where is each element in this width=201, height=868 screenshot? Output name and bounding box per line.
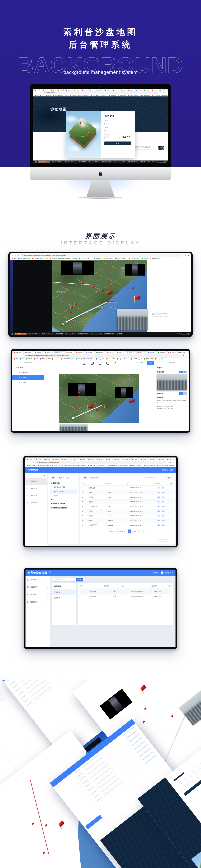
list-item[interactable]: 作战部署: [52, 595, 76, 601]
bookmark-item[interactable]: localhost:8080: [119, 465, 128, 466]
browser-tab[interactable]: 地图坐标×: [96, 351, 105, 354]
tab-close-icon[interactable]: ×: [129, 459, 130, 460]
bookmark-item[interactable]: 学习: [20, 358, 24, 360]
tray-icons[interactable]: 佳耀 ∧ 英: [152, 161, 157, 162]
tab-close-icon[interactable]: ×: [77, 459, 78, 460]
tab-close-icon[interactable]: ×: [114, 352, 114, 353]
menu-icon[interactable]: ⋮: [165, 92, 166, 93]
browser-tab[interactable]: 腾讯位置×: [81, 89, 89, 91]
edit-link[interactable]: 编辑: [158, 524, 160, 526]
video-popup[interactable]: [61, 261, 94, 275]
tab-close-icon[interactable]: ×: [165, 459, 165, 460]
taskbar-item[interactable]: SQLyog Ultimate …: [64, 161, 77, 163]
plan-video-thumbnail[interactable]: [157, 374, 187, 391]
user-avatar[interactable]: [161, 571, 163, 574]
login-button[interactable]: 登录: [104, 142, 131, 146]
browser-tab[interactable]: 全国地图×: [167, 351, 177, 354]
browser-tab[interactable]: 河源地图×: [157, 351, 167, 354]
delete-link[interactable]: 删除: [162, 510, 165, 512]
delete-link[interactable]: 删除: [158, 590, 161, 592]
taskbar-item[interactable]: 沙盘前端 [E:\git\…: [104, 333, 115, 335]
tab-close-icon[interactable]: ×: [155, 352, 156, 353]
bookmark-item[interactable]: CSDN: [37, 258, 42, 259]
tab-close-icon[interactable]: ×: [59, 459, 60, 460]
tab-close-icon[interactable]: ×: [173, 459, 174, 460]
browser-tab[interactable]: 设置×: [114, 458, 122, 460]
sidebar-item-video[interactable]: 视频管理: [25, 478, 47, 485]
browser-tab[interactable]: 腾讯位置×: [79, 458, 87, 460]
tab-close-icon[interactable]: ×: [111, 90, 111, 91]
table-row[interactable]: 2 演示视频2 正常 2022-10-08 23:33 编辑删除: [79, 594, 171, 598]
bookmark-item[interactable]: Swagger UI: [155, 358, 163, 360]
forward-icon[interactable]: →: [15, 254, 16, 256]
bookmark-item[interactable]: 百度: [65, 95, 68, 96]
edit-icon[interactable]: ✎: [186, 397, 187, 398]
bookmark-item[interactable]: localhost:8080: [103, 258, 113, 259]
tab-close-icon[interactable]: ×: [80, 90, 80, 91]
bookmark-item[interactable]: Swagger UI: [153, 258, 160, 259]
edit-link[interactable]: 编辑: [158, 515, 160, 517]
bookmark-item[interactable]: w3school: [70, 95, 76, 96]
red-flag-marker[interactable]: [70, 312, 72, 314]
table-row[interactable]: 1 演示视频1 禁用 2022-10-08 23:33 编辑删除: [79, 589, 171, 594]
browser-tab[interactable]: 河源地图×: [149, 458, 158, 460]
tree-node-root[interactable]: ▾视频分类1: [50, 481, 77, 486]
tab-close-icon[interactable]: ×: [52, 352, 53, 353]
bookmark-item[interactable]: localhost:8080: [118, 95, 126, 96]
taskbar-item[interactable]: localhost:8080 - …: [28, 333, 40, 335]
bookmark-item[interactable]: 学习: [33, 465, 37, 466]
bookmark-item[interactable]: 8.134 Swagger UI: [144, 465, 155, 466]
bookmark-item[interactable]: 项目问题: [26, 358, 32, 360]
bookmark-item[interactable]: Swagger UI: [96, 358, 104, 360]
arrow-tool-icon[interactable]: ↗: [114, 362, 116, 365]
browser-tab[interactable]: JavaS×: [66, 89, 73, 91]
star-badge-marker[interactable]: ★: [61, 323, 64, 326]
zoom-in-button[interactable]: +: [143, 362, 144, 364]
caret-icon[interactable]: ▾: [51, 483, 52, 484]
sidebar-item-marker[interactable]: 标识管理: [25, 485, 47, 492]
site-info-icon[interactable]: ⓘ: [37, 461, 38, 463]
video-search-input[interactable]: 请输入视频名称: [52, 578, 76, 582]
bookmark-item[interactable]: 学习: [40, 95, 44, 96]
bookmark-item[interactable]: JSON在线解析及格…: [61, 358, 74, 360]
toggle-off-button[interactable]: 关: [183, 371, 187, 373]
tab-close-icon[interactable]: ×: [86, 459, 86, 460]
tab-close-icon[interactable]: ×: [93, 352, 93, 353]
red-flag-marker[interactable]: [81, 282, 84, 285]
browser-tab[interactable]: Class×: [128, 89, 135, 91]
forward-icon[interactable]: →: [30, 462, 31, 463]
profile-icon[interactable]: ◉: [163, 92, 164, 93]
browser-tab[interactable]: 百度一下×: [106, 351, 116, 354]
red-flag-marker[interactable]: [75, 303, 77, 306]
taskbar-item[interactable]: 沙盘地图 - Googl…: [14, 333, 27, 335]
bookmark-item[interactable]: 蓝湖: [46, 465, 51, 466]
tab-close-icon[interactable]: ×: [175, 352, 176, 353]
red-flag-marker[interactable]: [78, 392, 80, 395]
bookmark-item[interactable]: Swagger UI: [109, 95, 116, 96]
extensions-icon[interactable]: ⚙: [185, 254, 187, 256]
red-flag-marker[interactable]: [68, 309, 71, 312]
taskbar-item[interactable]: manager [E:\git…: [65, 333, 76, 335]
bookmark-item[interactable]: w3school: [65, 465, 71, 466]
toggle-on-button[interactable]: 开: [179, 371, 183, 373]
tab-close-icon[interactable]: ×: [71, 90, 72, 91]
bookmark-item[interactable]: Projects - Dashbo…: [130, 465, 142, 466]
bookmark-item[interactable]: CSDN: [59, 95, 63, 96]
reload-icon[interactable]: ↻: [32, 462, 34, 463]
taskbar-item[interactable]: 沙盘地图 - Googl…: [38, 161, 50, 163]
browser-tab[interactable]: JavaS×: [123, 458, 131, 460]
sidebar-item-army-flow[interactable]: 军队流向: [12, 370, 44, 375]
tab-close-icon[interactable]: ×: [138, 459, 138, 460]
bookmark-item[interactable]: Swagger UI: [109, 465, 117, 466]
video-search-input[interactable]: 请输入视频名称搜索: [143, 476, 167, 479]
site-info-icon[interactable]: ⓘ: [44, 92, 45, 93]
address-bar[interactable]: ⓘlocalhost:8083/#/map/index?id=d02403c81…: [22, 354, 179, 357]
add-subplan-button[interactable]: + 添加子方案: [12, 360, 44, 365]
bookmark-item[interactable]: Projects - Dashbo…: [115, 258, 127, 259]
badge-tool-icon[interactable]: ★: [99, 362, 101, 365]
bookmark-item[interactable]: Swagger UI: [167, 465, 175, 466]
browser-tab[interactable]: 百度一下×: [105, 458, 113, 460]
tray-icons[interactable]: 佳耀 ∧ 英: [175, 333, 180, 335]
tab-close-icon[interactable]: ×: [88, 90, 88, 91]
red-flag-marker[interactable]: [71, 306, 73, 309]
